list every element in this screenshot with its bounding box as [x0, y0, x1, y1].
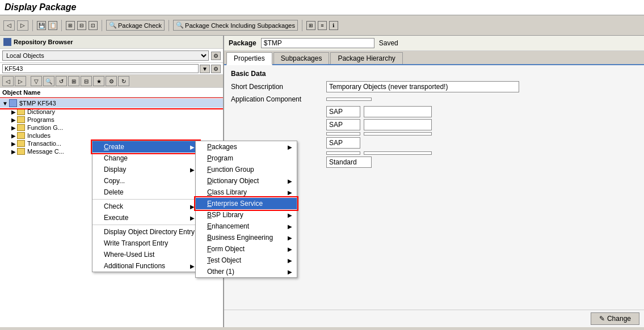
sub-business-eng[interactable]: Business Engineering ▶: [196, 232, 297, 243]
sub-enhancement-label: Enhancement: [207, 222, 283, 230]
ctx-display-dir[interactable]: Display Object Directory Entry: [92, 226, 199, 238]
sub-test-object[interactable]: Test Object ▶: [196, 255, 297, 266]
save-icon-btn[interactable]: 💾: [37, 21, 46, 30]
trans-folder-icon: [17, 140, 25, 147]
tree-fwd-btn[interactable]: ▷: [15, 76, 26, 86]
sub-dictionary-object[interactable]: Dictionary Object ▶: [196, 175, 297, 187]
sub-form-arrow: ▶: [288, 246, 292, 252]
repo-browser-label: Repository Browser: [14, 39, 73, 45]
tree-star-btn[interactable]: ★: [93, 76, 104, 86]
grid-icon-btn[interactable]: ⊞: [306, 21, 315, 30]
ctx-display-label: Display: [104, 166, 186, 174]
sub-row-2: SAP: [326, 119, 637, 130]
sub-class-library[interactable]: Class Library ▶: [196, 187, 297, 198]
basic-data-title: Basic Data: [231, 70, 637, 78]
tab-subpackages[interactable]: Subpackages: [273, 52, 330, 64]
sub-function-group[interactable]: Function Group: [196, 164, 297, 175]
list-icon-btn[interactable]: ≡: [318, 21, 327, 30]
tree-root-item[interactable]: ▼ $TMP KF543: [0, 99, 223, 108]
sub-other1-arrow: ▶: [288, 269, 292, 275]
sub-enhancement[interactable]: Enhancement ▶: [196, 221, 297, 232]
field-empty-4: [364, 132, 432, 136]
ctx-copy-label: Copy...: [104, 177, 195, 185]
tree-search-btn[interactable]: 🔍: [43, 76, 54, 86]
sep3: [102, 20, 102, 31]
funcg-folder-icon: [17, 124, 25, 131]
ctx-execute[interactable]: Execute ▶: [92, 212, 199, 223]
ctx-delete[interactable]: Delete: [92, 187, 199, 198]
ctx-copy[interactable]: Copy...: [92, 175, 199, 187]
object-name-header: Object Name: [0, 88, 223, 98]
back-btn[interactable]: ◁: [3, 20, 15, 31]
ctx-additional-label: Additional Functions: [104, 262, 186, 270]
ctx-sep1: [92, 199, 199, 200]
msgc-label: Message C...: [27, 148, 64, 155]
sub-program[interactable]: Program: [196, 153, 297, 164]
short-desc-row: Short Description Temporary Objects (nev…: [231, 81, 637, 92]
ctx-write-transport[interactable]: Write Transport Entry: [92, 238, 199, 249]
tree-reload-btn[interactable]: ↻: [118, 76, 129, 86]
pkg-check-subpkg-btn[interactable]: 🔍 Package Check Including Subpackages: [173, 20, 298, 31]
ctx-display[interactable]: Display ▶: [92, 164, 199, 175]
sub-enterprise-service[interactable]: Enterprise Service: [196, 198, 297, 209]
tree-item-programs[interactable]: ▶ Programs: [0, 116, 223, 124]
main-toolbar: ◁ ▷ 💾 📋 ⊞ ⊟ ⊡ 🔍 Package Check 🔍 Package …: [0, 15, 644, 36]
local-objects-dropdown[interactable]: Local Objects: [2, 50, 209, 61]
sep4: [169, 20, 169, 31]
prog-label: Programs: [27, 116, 54, 123]
sub-bsp-library[interactable]: BSP Library ▶: [196, 209, 297, 221]
sub-form-object[interactable]: Form Object ▶: [196, 243, 297, 255]
copy-icon-btn[interactable]: 📋: [48, 21, 57, 30]
field-empty-6: [364, 151, 432, 155]
forward-btn[interactable]: ▷: [17, 20, 28, 31]
dict-label: Dictionary: [27, 108, 55, 115]
package-check-btn[interactable]: 🔍 Package Check: [106, 20, 165, 31]
tree-item-functiong[interactable]: ▶ Function G...: [0, 124, 223, 132]
sub-class-library-label: Class Library: [207, 188, 283, 196]
ctx-display-dir-label: Display Object Directory Entry: [104, 228, 195, 236]
pkg-check-icon: 🔍: [176, 22, 184, 29]
tree-back-btn[interactable]: ◁: [2, 76, 14, 86]
msgc-arrow: ▶: [11, 149, 16, 155]
icon3[interactable]: ⊡: [89, 21, 98, 30]
trans-arrow: ▶: [11, 141, 16, 147]
ctx-change-label: Change: [104, 154, 195, 162]
sub-other1[interactable]: Other (1) ▶: [196, 266, 297, 277]
dropdown-config-btn[interactable]: ⚙: [211, 52, 221, 60]
sap-field-3: SAP: [326, 137, 360, 149]
sub-dictionary-object-label: Dictionary Object: [207, 177, 283, 185]
sub-business-eng-label: Business Engineering: [207, 234, 283, 242]
sub-fields: SAP SAP SAP St: [326, 106, 637, 168]
sub-packages[interactable]: Packages ▶: [196, 141, 297, 153]
sub-test-object-label: Test Object: [207, 256, 283, 264]
dropdown-row: Local Objects ⚙: [0, 49, 223, 63]
ctx-check[interactable]: Check ▶: [92, 201, 199, 212]
sub-dict-arrow: ▶: [288, 178, 292, 184]
icon1[interactable]: ⊞: [66, 21, 75, 30]
tree-filter-btn[interactable]: ▽: [31, 76, 42, 86]
tree-item-includes[interactable]: ▶ Includes: [0, 132, 223, 139]
ctx-additional-arrow: ▶: [190, 263, 195, 269]
ctx-additional[interactable]: Additional Functions ▶: [92, 260, 199, 272]
config-btn[interactable]: ⚙: [211, 65, 221, 73]
ctx-change[interactable]: Change: [92, 153, 199, 164]
sub-row-5: [326, 151, 637, 155]
icon2[interactable]: ⊟: [77, 21, 86, 30]
tree-refresh-btn[interactable]: ↺: [56, 76, 67, 86]
expand-btn[interactable]: ▼: [200, 65, 210, 73]
change-btn[interactable]: ✎ Change: [591, 312, 639, 325]
ctx-create-label: Create: [104, 143, 186, 151]
tree-expand-btn[interactable]: ⊞: [68, 76, 79, 86]
page-title: Display Package: [5, 2, 76, 12]
sap-field-1: SAP: [326, 106, 360, 117]
tree-tools-btn[interactable]: ⚙: [106, 76, 117, 86]
app-component-label: Application Component: [231, 95, 322, 103]
ctx-create[interactable]: Create ▶: [92, 141, 199, 153]
tree-item-dictionary[interactable]: ▶ Dictionary: [0, 108, 223, 116]
ctx-where-used[interactable]: Where-Used List: [92, 249, 199, 260]
tree-collapse-btn[interactable]: ⊟: [81, 76, 92, 86]
tab-package-hierarchy[interactable]: Package Hierarchy: [330, 52, 402, 64]
info-icon-btn[interactable]: ℹ: [329, 21, 338, 30]
tab-properties[interactable]: Properties: [226, 52, 272, 65]
object-name-input[interactable]: [2, 64, 199, 73]
